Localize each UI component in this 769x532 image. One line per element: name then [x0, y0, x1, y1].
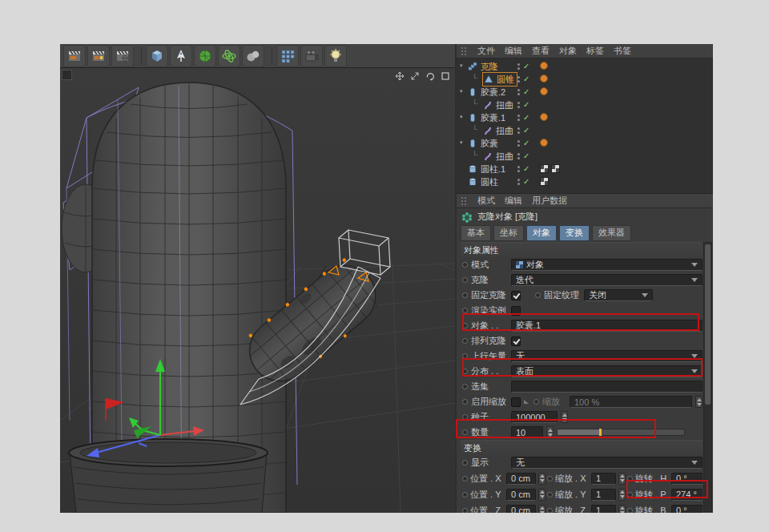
drag-grip-icon[interactable] [461, 197, 466, 205]
anim-dot-icon[interactable] [462, 323, 468, 328]
object-name[interactable]: 扭曲 [496, 125, 513, 137]
render-view-icon[interactable] [63, 45, 86, 67]
display-dropdown[interactable]: 无 [511, 457, 703, 469]
tab-basic[interactable]: 基本 [461, 225, 491, 241]
visibility-toggles[interactable]: ✓ [517, 151, 529, 161]
anim-dot-icon[interactable] [535, 292, 541, 298]
anim-dot-icon[interactable] [462, 262, 468, 268]
rotate-icon[interactable] [425, 71, 435, 81]
scale-z-field[interactable]: 1 [591, 505, 616, 514]
render-picture-icon[interactable] [87, 45, 110, 67]
phong-tag-icon[interactable] [540, 113, 548, 121]
metaball-icon[interactable] [242, 45, 264, 67]
visibility-toggles[interactable]: ✓ [517, 61, 529, 71]
enabled-check-icon[interactable]: ✓ [523, 87, 529, 97]
anim-dot-icon[interactable] [547, 492, 553, 498]
drag-grip-icon[interactable] [461, 47, 466, 55]
visibility-toggles[interactable]: ✓ [517, 112, 529, 123]
menu-object[interactable]: 对象 [559, 45, 577, 57]
pan-icon[interactable] [394, 71, 405, 81]
tab-effectors[interactable]: 效果器 [592, 225, 631, 241]
phong-tag-icon[interactable] [540, 87, 548, 95]
camera-icon[interactable] [300, 45, 323, 67]
scrollbar-thumb[interactable] [705, 244, 711, 405]
anim-dot-icon[interactable] [462, 277, 468, 283]
anim-dot-icon[interactable] [627, 476, 633, 482]
object-name[interactable]: 圆柱.1 [481, 163, 505, 175]
enabled-check-icon[interactable]: ✓ [523, 125, 529, 135]
anim-dot-icon[interactable] [462, 508, 468, 514]
menu-user-data[interactable]: 用户数据 [532, 195, 567, 207]
expand-icon[interactable]: ▾ [460, 62, 463, 69]
scale-y-field[interactable]: 1 [591, 489, 616, 501]
mode-dropdown[interactable]: 对象 [511, 259, 703, 271]
tree-row[interactable]: └ 圆锥 ✓ [457, 73, 713, 86]
object-name[interactable]: 胶囊.2 [481, 87, 505, 99]
visibility-toggles[interactable]: ✓ [517, 87, 529, 97]
position-y-field[interactable]: 0 cm [506, 489, 536, 501]
texture-tag-icon[interactable] [540, 177, 549, 186]
seed-field[interactable]: 100000 [511, 411, 558, 423]
align-clone-checkbox[interactable] [511, 337, 521, 346]
selection-field[interactable] [511, 381, 703, 393]
object-name[interactable]: 胶囊.1 [481, 112, 505, 124]
enabled-check-icon[interactable]: ✓ [523, 74, 529, 84]
array-icon[interactable] [276, 45, 299, 67]
anim-dot-icon[interactable] [547, 476, 553, 482]
anim-dot-icon[interactable] [462, 414, 468, 420]
scale-field[interactable]: 100 % [570, 396, 692, 408]
stepper-control[interactable] [546, 426, 554, 438]
anim-dot-icon[interactable] [462, 292, 468, 298]
stepper-control[interactable] [618, 473, 626, 485]
tree-row[interactable]: ▾ 克隆 ✓ [457, 60, 713, 73]
tree-row[interactable]: 圆柱 ✓ [457, 175, 713, 188]
slider-handle[interactable] [599, 429, 602, 436]
tree-row[interactable]: ▾ 胶囊.1 ✓ [457, 111, 713, 124]
tree-row[interactable]: └ 扭曲 ✓ [457, 99, 713, 111]
enabled-check-icon[interactable]: ✓ [523, 138, 529, 148]
viewport-canvas[interactable] [60, 68, 455, 513]
position-x-field[interactable]: 0 cm [506, 473, 536, 485]
section-object-properties[interactable]: 对象属性 [461, 242, 703, 257]
maximize-icon[interactable] [440, 71, 450, 81]
anim-dot-icon[interactable] [462, 338, 468, 344]
light-icon[interactable] [324, 45, 347, 67]
stepper-control[interactable] [618, 489, 626, 501]
clones-dropdown[interactable]: 迭代 [511, 274, 703, 286]
rotation-b-field[interactable]: 0 ° [671, 505, 703, 514]
position-z-field[interactable]: 0 cm [506, 505, 536, 514]
count-slider[interactable] [557, 429, 685, 436]
rotation-h-field[interactable]: 0 ° [671, 473, 703, 485]
enabled-check-icon[interactable]: ✓ [523, 151, 529, 161]
pen-icon[interactable] [170, 45, 192, 67]
anim-dot-icon[interactable] [547, 508, 553, 514]
enabled-check-icon[interactable]: ✓ [523, 61, 529, 71]
render-settings-icon[interactable] [111, 45, 134, 67]
menu-mode[interactable]: 模式 [477, 195, 495, 207]
tree-row[interactable]: ▾ 胶囊 ✓ [457, 137, 713, 150]
up-vector-dropdown[interactable]: 无 [511, 350, 703, 362]
object-name[interactable]: 胶囊 [481, 138, 498, 150]
zoom-icon[interactable] [409, 71, 420, 81]
stepper-control[interactable] [538, 505, 546, 514]
object-name[interactable]: 克隆 [481, 61, 498, 73]
object-link-field[interactable]: 胶囊.1 [511, 320, 703, 332]
rotation-p-field[interactable]: 274 ° [671, 489, 703, 501]
anim-dot-icon[interactable] [462, 460, 468, 466]
tree-row[interactable]: ▾ 胶囊.2 ✓ [457, 86, 713, 99]
object-name[interactable]: 扭曲 [496, 151, 513, 163]
count-field[interactable]: 10 [511, 426, 543, 438]
attribute-scrollbar[interactable] [703, 242, 712, 512]
anim-dot-icon[interactable] [462, 399, 468, 405]
object-name[interactable]: 圆锥 [497, 74, 514, 86]
menu-tags[interactable]: 标签 [586, 45, 604, 57]
enabled-check-icon[interactable]: ✓ [523, 176, 529, 187]
viewport-3d[interactable] [60, 68, 455, 513]
tree-row[interactable]: 圆柱.1 ✓ [457, 163, 713, 175]
tree-row[interactable]: └ 扭曲 ✓ [457, 124, 713, 137]
stepper-control[interactable] [538, 473, 546, 485]
tab-transform[interactable]: 变换 [559, 225, 590, 241]
tab-object[interactable]: 对象 [526, 225, 557, 241]
anim-dot-icon[interactable] [462, 492, 468, 498]
anim-dot-icon[interactable] [462, 353, 468, 359]
